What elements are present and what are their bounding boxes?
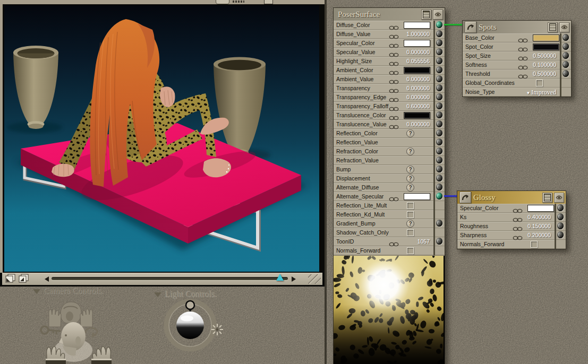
- plug-socket-icon[interactable]: [436, 166, 442, 172]
- node-header[interactable]: PoserSurface: [334, 8, 445, 21]
- color-swatch[interactable]: [527, 205, 554, 212]
- plug-socket-icon[interactable]: [557, 213, 564, 220]
- plug-socket-icon[interactable]: [436, 148, 442, 154]
- param-value[interactable]: 0.150000: [527, 222, 551, 230]
- plug-socket-icon[interactable]: [436, 138, 442, 145]
- param-row-shadow_catch_only: Shadow_Catch_Only: [334, 228, 433, 237]
- frame-stack-icon[interactable]: [4, 274, 16, 284]
- color-swatch[interactable]: [404, 193, 430, 200]
- plug-socket-icon[interactable]: [563, 34, 569, 41]
- param-value[interactable]: 0.000000: [406, 120, 430, 128]
- eye-icon-button[interactable]: [559, 22, 569, 32]
- checkbox[interactable]: [407, 229, 414, 236]
- param-value[interactable]: 0.600000: [406, 102, 430, 110]
- slider-left-arrow[interactable]: [45, 276, 49, 282]
- eye-icon-button[interactable]: [554, 193, 564, 203]
- param-row-refraction_color: Refraction_Color?: [334, 147, 433, 156]
- 3d-viewport-render[interactable]: [4, 5, 319, 272]
- plug-socket-icon[interactable]: [557, 204, 564, 211]
- plug-socket-icon[interactable]: [436, 175, 442, 181]
- color-swatch[interactable]: [404, 40, 430, 47]
- checkbox[interactable]: [536, 80, 543, 86]
- node-title: Spots: [479, 23, 546, 32]
- param-value[interactable]: 0.000000: [406, 48, 430, 56]
- checkbox[interactable]: [531, 241, 538, 248]
- glossy_node-type-icon[interactable]: [459, 192, 471, 203]
- toolbar-button-fragment[interactable]: [216, 0, 229, 4]
- plug-socket-icon[interactable]: [436, 102, 442, 109]
- plug-socket-icon[interactable]: [436, 75, 442, 82]
- plug-socket-icon[interactable]: [436, 48, 442, 55]
- diffuse-connection-wire[interactable]: [444, 24, 462, 25]
- menu-list-icon: [423, 11, 430, 18]
- resize-grip[interactable]: [308, 274, 321, 284]
- glossy-node[interactable]: GlossySpecular_ColorKs0.400000Roughness0…: [457, 190, 566, 249]
- param-value[interactable]: 1057: [417, 237, 430, 246]
- sun-flare-icon[interactable]: [210, 323, 224, 336]
- plug-socket-icon[interactable]: [557, 222, 564, 229]
- spots-node[interactable]: SpotsBase_ColorSpot_ColorSpot_Size0.5000…: [462, 20, 572, 97]
- param-value[interactable]: 0.100000: [533, 60, 556, 69]
- node-header[interactable]: Glossy: [457, 191, 566, 204]
- plug-socket-icon[interactable]: [436, 220, 442, 227]
- posersurface-node[interactable]: PoserSurfaceDiffuse_ColorDiffuse_Value1.…: [333, 7, 445, 364]
- checkbox[interactable]: [407, 202, 414, 209]
- color-swatch[interactable]: [533, 34, 559, 41]
- plug-socket-icon[interactable]: [436, 111, 442, 118]
- menu-list-icon-button[interactable]: [542, 193, 552, 203]
- plug-socket-icon[interactable]: [436, 120, 442, 127]
- question-icon[interactable]: ?: [406, 175, 414, 183]
- color-swatch[interactable]: [404, 112, 430, 119]
- param-value[interactable]: 0.500000: [533, 70, 556, 78]
- dropdown[interactable]: ▼Improved: [526, 88, 556, 98]
- param-value[interactable]: 0.000000: [406, 93, 430, 101]
- param-value[interactable]: 0.500000: [533, 51, 556, 60]
- frame-stack-icon-2[interactable]: [18, 274, 29, 284]
- plug-socket-icon[interactable]: [436, 84, 442, 91]
- slider-right-arrow[interactable]: [292, 276, 296, 282]
- plug-socket-icon[interactable]: [436, 57, 442, 64]
- color-swatch[interactable]: [404, 22, 430, 29]
- specular-connection-wire[interactable]: [444, 195, 457, 197]
- param-value[interactable]: 0.200000: [527, 231, 551, 239]
- frame-slider-thumb[interactable]: [276, 274, 284, 281]
- checkbox[interactable]: [407, 247, 414, 254]
- plug-socket-icon[interactable]: [563, 43, 569, 50]
- eye-icon-button[interactable]: [433, 10, 443, 20]
- question-icon[interactable]: ?: [406, 220, 414, 228]
- param-value[interactable]: 0.000000: [406, 75, 430, 83]
- question-icon[interactable]: ?: [406, 166, 414, 174]
- plug-socket-icon[interactable]: [436, 238, 442, 245]
- plug-socket-icon[interactable]: [436, 21, 442, 28]
- question-icon[interactable]: ?: [406, 184, 414, 192]
- plug-socket-icon[interactable]: [436, 93, 442, 100]
- node-header[interactable]: Spots: [463, 21, 571, 33]
- color-swatch[interactable]: [404, 67, 430, 74]
- spots_node-type-icon[interactable]: [465, 21, 476, 33]
- question-icon[interactable]: ?: [406, 129, 414, 137]
- color-swatch[interactable]: [533, 44, 559, 50]
- plug-socket-icon[interactable]: [436, 30, 442, 37]
- param-label: Spot_Color: [465, 42, 493, 51]
- plug-socket-icon[interactable]: [436, 184, 442, 190]
- plug-socket-icon[interactable]: [557, 231, 564, 238]
- camera-controls-cluster[interactable]: [31, 293, 112, 364]
- frame-slider-track[interactable]: [52, 277, 288, 280]
- plug-socket-icon[interactable]: [563, 52, 569, 59]
- plug-socket-icon[interactable]: [436, 66, 442, 73]
- param-value[interactable]: 0.055556: [406, 57, 430, 65]
- menu-list-icon-button[interactable]: [421, 10, 431, 20]
- param-value[interactable]: 0.000000: [406, 84, 430, 92]
- plug-socket-icon[interactable]: [436, 157, 442, 163]
- plug-socket-icon[interactable]: [563, 70, 569, 77]
- toolbar-window-fragment[interactable]: [264, 0, 273, 4]
- param-value[interactable]: 0.400000: [527, 213, 551, 221]
- param-value[interactable]: 1.000000: [406, 30, 430, 38]
- menu-list-icon-button[interactable]: [548, 22, 558, 32]
- plug-socket-icon[interactable]: [436, 193, 442, 200]
- plug-socket-icon[interactable]: [563, 61, 569, 68]
- checkbox[interactable]: [407, 211, 414, 218]
- plug-socket-icon[interactable]: [436, 39, 442, 46]
- plug-socket-icon[interactable]: [436, 129, 442, 136]
- question-icon[interactable]: ?: [406, 148, 414, 155]
